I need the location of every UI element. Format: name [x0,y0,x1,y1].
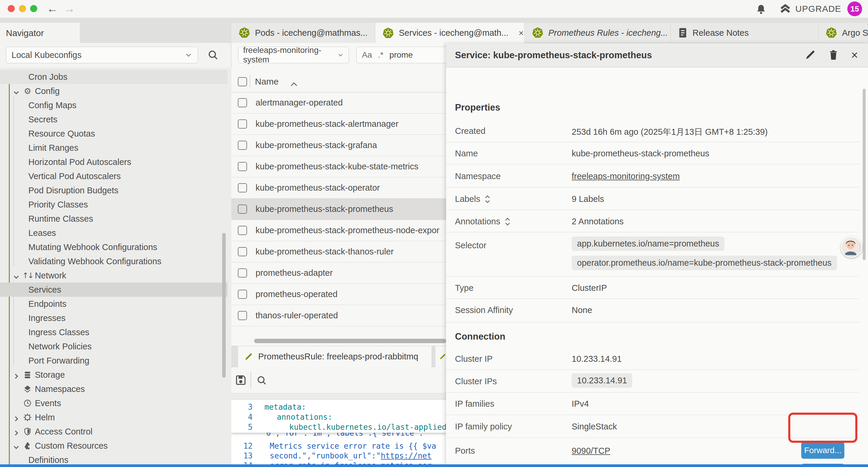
sidebar-scrollbar[interactable] [222,233,226,378]
sort-ascending-icon[interactable] [290,79,298,89]
sidebar-item-ingresses[interactable]: Ingresses [0,311,227,325]
annotation-highlight-box [788,413,857,443]
tab-release[interactable]: Release Notes [671,23,818,43]
chevron-right-icon[interactable] [12,371,20,379]
sidebar-item-config[interactable]: ⚙Config [0,84,227,98]
row-checkbox[interactable] [238,98,247,107]
row-checkbox[interactable] [238,162,247,171]
maximize-window-button[interactable] [30,5,37,12]
sidebar-item-custom-resources[interactable]: Custom Resources [0,439,227,453]
sidebar-item-events[interactable]: Events [0,396,227,410]
sidebar-item-namespaces[interactable]: Namespaces [0,382,227,396]
table-row[interactable]: kube-prometheus-stack-alertmanager [231,114,446,135]
match-case-toggle[interactable]: Aa [362,50,372,60]
sidebar-item-leases[interactable]: Leases [0,226,227,240]
services-search-input[interactable]: Aa .* prome [356,47,446,63]
yaml-editor[interactable]: 3metadata:4annotations:5kubectl.kubernet… [231,400,446,467]
table-row[interactable]: kube-prometheus-stack-prometheus [231,199,446,220]
sidebar-item-secrets[interactable]: Secrets [0,112,227,126]
table-row[interactable]: kube-prometheus-stack-grafana [231,135,446,156]
chevron-down-icon[interactable] [12,272,20,279]
editor-search-icon[interactable] [255,374,268,387]
regex-toggle[interactable]: .* [378,50,383,60]
tab-argo[interactable]: Argo Se [818,23,868,43]
table-row[interactable]: kube-prometheus-stack-kube-state-metrics [231,156,446,177]
name-column-header[interactable]: Name [255,77,279,87]
table-row[interactable]: kube-prometheus-stack-prometheus-node-ex… [231,220,446,241]
table-row[interactable]: prometheus-adapter [231,262,446,284]
sidebar-item-storage[interactable]: Storage [0,368,227,382]
sidebar-item-access-control[interactable]: Access Control [0,425,227,439]
close-icon[interactable]: × [851,49,858,61]
delete-trash-icon[interactable] [828,49,839,61]
table-row[interactable]: kube-prometheus-stack-thanos-ruler [231,241,446,262]
sidebar-search-icon[interactable] [207,49,219,61]
row-checkbox[interactable] [238,141,247,150]
row-checkbox[interactable] [238,119,247,128]
table-row[interactable]: alertmanager-operated [231,92,446,114]
sidebar-item-vertical-pod-autoscalers[interactable]: Vertical Pod Autoscalers [0,169,227,183]
sidebar-item-priority-classes[interactable]: Priority Classes [0,198,227,212]
sidebar-item-validating-webhook-configurations[interactable]: Validating Webhook Configurations [0,254,227,268]
table-row[interactable]: kube-prometheus-stack-operator [231,177,446,199]
sort-updown-icon[interactable] [484,195,491,204]
table-row[interactable]: prometheus-operated [231,284,446,305]
row-checkbox[interactable] [238,205,247,214]
sidebar-item-config-maps[interactable]: Config Maps [0,98,227,112]
user-avatar[interactable] [841,236,862,258]
row-checkbox[interactable] [238,226,247,235]
close-window-button[interactable] [8,5,15,12]
row-checkbox[interactable] [238,183,247,193]
horizontal-scrollbar[interactable] [254,339,446,343]
tab-services[interactable]: Services - icecheng@math...× [375,23,525,43]
save-icon[interactable] [234,374,247,387]
close-tab-icon[interactable]: × [519,28,524,38]
panel-scrollbar[interactable] [863,89,866,260]
sidebar-item-mutating-webhook-configurations[interactable]: Mutating Webhook Configurations [0,240,227,254]
labels-value[interactable]: 9 Labels [572,194,604,204]
select-all-checkbox[interactable] [238,77,247,86]
notification-badge[interactable]: 15 [847,1,862,16]
minimize-window-button[interactable] [19,5,26,12]
sidebar-item-services[interactable]: Services [0,283,227,297]
sidebar-item-cron-jobs[interactable]: Cron Jobs [0,70,227,84]
sidebar-item-horizontal-pod-autoscalers[interactable]: Horizontal Pod Autoscalers [0,155,227,169]
chevron-down-icon[interactable] [12,442,20,449]
kubeconfig-selector[interactable]: Local Kubeconfigs [6,47,198,63]
table-row[interactable]: thanos-ruler-operated [231,305,446,326]
row-checkbox[interactable] [238,247,247,256]
row-checkbox[interactable] [238,268,247,278]
sidebar-item-ingress-classes[interactable]: Ingress Classes [0,325,227,339]
sidebar-item-network-policies[interactable]: Network Policies [0,339,227,353]
forward-arrow-icon[interactable]: → [64,1,75,16]
row-checkbox[interactable] [238,290,247,299]
sidebar-item-resource-quotas[interactable]: Resource Quotas [0,126,227,141]
tab-prometheus[interactable]: Prometheus Rules - icecheng... [525,23,671,43]
editor-tab-partial[interactable] [435,346,446,367]
sidebar-item-port-forwarding[interactable]: Port Forwarding [0,353,227,368]
namespace-link[interactable]: freeleaps-monitoring-system [572,171,680,181]
port-link[interactable]: 9090/TCP [572,446,610,456]
sidebar-item-limit-ranges[interactable]: Limit Ranges [0,141,227,155]
back-arrow-icon[interactable]: ← [47,1,58,16]
sidebar-item-pod-disruption-budgets[interactable]: Pod Disruption Budgets [0,183,227,198]
sidebar-item-network[interactable]: ↑↓Network [0,268,227,283]
editor-tab-prometheusrule[interactable]: PrometheusRule: freeleaps-prod-rabbitmq [238,346,432,367]
namespace-selector[interactable]: freeleaps-monitoring-system [238,47,349,63]
annotations-value[interactable]: 2 Annotations [572,217,624,226]
runbook-link[interactable]: https://net [381,451,432,460]
sidebar-item-helm[interactable]: Helm [0,410,227,425]
chevron-down-icon[interactable] [12,87,20,95]
sidebar-item-endpoints[interactable]: Endpoints [0,297,227,311]
tab-pods[interactable]: Pods - icecheng@mathmas... [231,23,375,43]
sort-updown-icon[interactable] [504,217,511,226]
chevron-right-icon[interactable] [12,428,20,435]
row-checkbox[interactable] [238,311,247,320]
edit-pencil-icon[interactable] [804,49,816,61]
bell-icon[interactable] [755,4,767,16]
forward-button[interactable]: Forward... [801,442,844,459]
upgrade-button[interactable]: UPGRADE [779,3,841,15]
chevron-right-icon[interactable] [12,413,20,421]
navigator-panel-tab[interactable]: Navigator [0,23,80,43]
sidebar-item-runtime-classes[interactable]: Runtime Classes [0,212,227,226]
